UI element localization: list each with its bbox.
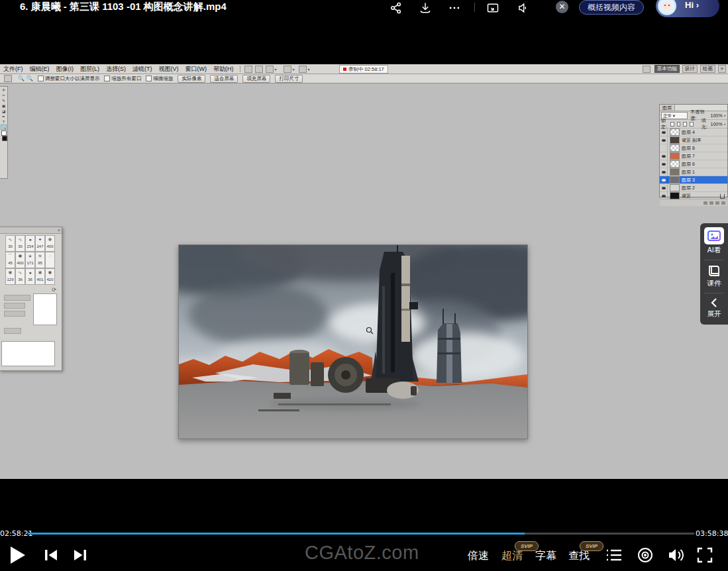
layer-row: 背景 副本: [660, 136, 727, 144]
fill-label: 填充:: [702, 117, 709, 130]
eye-icon: [660, 168, 668, 176]
type-tool-icon: T: [3, 120, 5, 124]
playback-speed-button[interactable]: 倍速: [468, 549, 489, 563]
ps-arrange-documents-icon: [284, 66, 291, 73]
picture-in-picture-icon[interactable]: [486, 1, 499, 15]
ps-toolbox: ✛ ✂ ✎ ▣ ◪ ✒ T 🔍: [0, 86, 8, 179]
topbar-divider: [474, 3, 475, 12]
ps-view-extras-icon: [255, 66, 263, 73]
video-player-page: { "topbar": { "title": "6. 康晨曦 - 第三课 110…: [0, 0, 728, 571]
ps-menu-layer: 图层(L): [77, 65, 103, 74]
layers-panel-tab: 图层: [660, 105, 675, 111]
greeting-label: Hi: [685, 0, 694, 10]
ps-tool-preset-icon: [4, 75, 12, 82]
ps-menu-view: 视图(V): [156, 65, 182, 74]
refresh-icon: ⟳: [52, 287, 56, 293]
ps-option-scrubby-zoom: 细微缩放: [153, 76, 173, 81]
ps-brush-panel: × ∿30 ∿30 ●234 ✦247 ❋400 ⌒45 ✱400 ∗171 ✳…: [0, 227, 62, 371]
progress-bar-remaining[interactable]: [525, 533, 694, 535]
brush-stroke-preview: [33, 293, 57, 325]
ps-workspace-more: »: [718, 65, 726, 73]
layers-panel-footer: [660, 200, 727, 206]
avatar: [658, 0, 676, 15]
zoom-in-tool-icon: 🔍: [18, 76, 25, 81]
ps-option-resize-windows: 调整窗口大小以满屏显示: [45, 76, 100, 81]
chevron-right-icon: ›: [696, 0, 699, 10]
stamp-tool-icon: ▣: [2, 104, 6, 108]
mute-icon[interactable]: [516, 1, 529, 15]
ps-menu-help: 帮助(H): [210, 65, 237, 74]
share-icon[interactable]: [390, 1, 403, 15]
recording-dot-icon: [343, 68, 346, 71]
eye-icon: [660, 136, 668, 144]
courseware-button[interactable]: 课件: [700, 264, 728, 288]
book-icon: [707, 264, 721, 278]
summarize-video-button[interactable]: 概括视频内容: [579, 0, 644, 15]
ps-workspace-painting: 绘画: [700, 65, 715, 73]
move-tool-icon: ✛: [2, 88, 5, 92]
eye-icon: [660, 129, 668, 136]
find-button[interactable]: 查找: [568, 549, 590, 563]
ai-image-icon: [707, 231, 721, 241]
ai-view-button[interactable]: AI看: [700, 227, 728, 255]
brush-preset-grid: ∿30 ∿30 ●234 ✦247 ❋400 ⌒45 ✱400 ∗171 ✳95…: [5, 235, 56, 285]
layer-row: 图层 7: [660, 152, 727, 160]
eye-icon-hidden: [660, 144, 668, 152]
video-frame[interactable]: 文件(F) 编辑(E) 图像(I) 图层(L) 选择(S) 滤镜(T) 视图(V…: [0, 64, 728, 479]
ps-button-fill-screen: 填充屏幕: [242, 75, 270, 83]
volume-icon[interactable]: [667, 546, 686, 564]
layer-row: 图层 1: [660, 168, 727, 176]
eye-icon: [660, 160, 668, 168]
ps-zoom-level-icon: [266, 66, 274, 73]
concept-art-image: [179, 245, 527, 439]
ps-screen-mode-icon: [299, 66, 307, 73]
ps-menu-file: 文件(F): [0, 65, 26, 74]
brush-preview-strip: [1, 341, 55, 366]
layer-row: 图层 8: [660, 144, 727, 152]
opacity-value: 100%: [711, 113, 723, 118]
background-color-swatch: [2, 136, 7, 141]
eye-icon: [660, 152, 668, 160]
ps-layers-panel: 图层 正常 ▾ 不透明度: 100%‣ 锁定: 填充: 100%‣ 图层 4 背…: [659, 104, 728, 197]
eye-icon: [660, 184, 668, 191]
play-button[interactable]: [9, 546, 26, 564]
ps-button-actual-pixels: 实际像素: [178, 75, 205, 83]
ps-brush-panel-close-icon: ×: [0, 227, 62, 234]
expand-button[interactable]: 展开: [700, 297, 728, 319]
zoom-out-tool-icon: 🔍: [26, 76, 33, 81]
ps-workspace-design: 设计: [682, 65, 698, 73]
layer-row: 背景: [660, 192, 727, 200]
fullscreen-icon[interactable]: [697, 547, 713, 563]
pen-tool-icon: ✒: [2, 115, 5, 119]
lock-icon: [720, 193, 725, 199]
zoom-tool-icon: 🔍: [1, 125, 7, 129]
layer-row: 图层 2: [660, 184, 727, 192]
svip-badge: SVIP: [515, 541, 539, 551]
svip-badge: SVIP: [580, 541, 603, 551]
subtitles-button[interactable]: 字幕: [535, 549, 556, 563]
ps-workspace-switcher: 基本功能 设计 绘画 »: [641, 65, 726, 73]
total-duration: 03:58:38: [696, 529, 728, 538]
lasso-tool-icon: ✂: [2, 93, 5, 97]
eraser-tool-icon: ◪: [2, 109, 6, 113]
eye-icon: [660, 192, 668, 199]
user-account-button[interactable]: Hi ›: [656, 0, 719, 17]
previous-button[interactable]: [44, 548, 58, 562]
download-icon[interactable]: [419, 1, 432, 15]
next-button[interactable]: [73, 548, 87, 562]
recording-indicator: 录制中 02:58:17: [339, 65, 388, 74]
side-tools-panel: AI看 课件 展开: [700, 223, 728, 325]
ps-option-zoom-all-windows: 缩放所有窗口: [111, 76, 141, 81]
ps-menu-image: 图像(I): [53, 65, 78, 74]
ps-options-bar: 🔍 🔍 调整窗口大小以满屏显示 缩放所有窗口 细微缩放 实际像素 适合屏幕 填充…: [0, 74, 728, 83]
audio-mode-icon[interactable]: [637, 547, 653, 563]
watermark: CGAtoZ.com: [305, 542, 419, 564]
progress-bar-played[interactable]: [28, 533, 525, 535]
close-icon[interactable]: ✕: [556, 1, 568, 13]
more-icon[interactable]: [448, 1, 461, 15]
video-title: 6. 康晨曦 - 第三课 1103 -01 构图概念讲解.mp4: [20, 1, 227, 13]
brush-tool-icon: ✎: [2, 99, 5, 103]
playlist-icon[interactable]: [605, 547, 623, 563]
concept-art-document: [178, 244, 528, 439]
quality-button[interactable]: 超清: [501, 549, 523, 563]
